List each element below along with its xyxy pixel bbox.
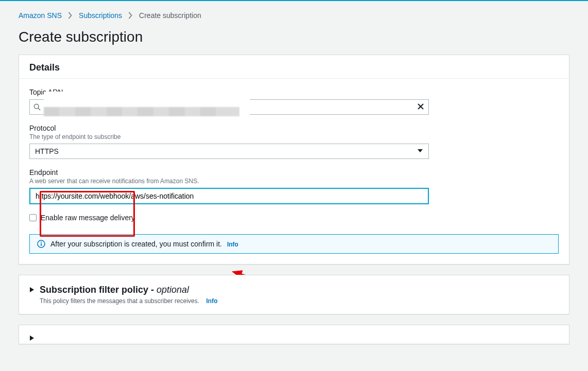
svg-marker-4 [418, 149, 423, 152]
svg-rect-7 [41, 243, 42, 246]
close-icon [418, 103, 424, 111]
raw-message-row: Enable raw message delivery [29, 214, 559, 222]
raw-message-checkbox[interactable] [29, 214, 37, 221]
field-protocol: Protocol The type of endpoint to subscri… [29, 124, 559, 159]
filter-policy-desc: This policy filters the messages that a … [40, 297, 199, 305]
field-topic-arn: Topic ARN [29, 88, 559, 115]
breadcrumb: Amazon SNS Subscriptions Create subscrip… [19, 11, 569, 20]
svg-point-0 [34, 104, 39, 109]
protocol-desc: The type of endpoint to subscribe [29, 133, 559, 140]
filter-policy-info-link[interactable]: Info [206, 297, 217, 305]
breadcrumb-link-subscriptions[interactable]: Subscriptions [79, 11, 122, 20]
chevron-right-icon [68, 12, 73, 19]
alert-info-link[interactable]: Info [227, 241, 238, 248]
alert-text: After your subscription is created, you … [50, 240, 222, 248]
filter-policy-optional: optional [157, 285, 189, 295]
details-panel: Details Topic ARN [19, 55, 569, 264]
breadcrumb-link-sns[interactable]: Amazon SNS [19, 11, 62, 20]
caret-down-icon [417, 147, 423, 155]
breadcrumb-current: Create subscription [139, 11, 201, 20]
chevron-right-icon [128, 12, 133, 19]
clear-topic-arn-button[interactable] [413, 103, 428, 111]
caret-right-icon [29, 286, 34, 294]
endpoint-input[interactable] [29, 188, 429, 204]
page-title: Create subscription [19, 29, 569, 45]
next-panel-toggle[interactable] [29, 334, 559, 343]
protocol-label: Protocol [29, 124, 559, 132]
svg-marker-11 [30, 335, 34, 341]
svg-marker-10 [30, 287, 34, 292]
details-panel-header: Details [19, 55, 569, 78]
svg-line-1 [38, 108, 40, 110]
filter-policy-toggle[interactable]: Subscription filter policy - optional [29, 285, 559, 295]
raw-message-label: Enable raw message delivery [41, 214, 135, 222]
endpoint-label: Endpoint [29, 168, 559, 176]
protocol-selected-value: HTTPS [35, 147, 59, 155]
next-panel-cutoff [19, 325, 569, 344]
endpoint-desc: A web server that can receive notificati… [29, 178, 559, 185]
filter-policy-title: Subscription filter policy - [40, 285, 157, 295]
caret-right-icon [29, 334, 34, 343]
redacted-overlay [44, 92, 250, 120]
field-endpoint: Endpoint A web server that can receive n… [29, 168, 559, 204]
svg-point-6 [41, 242, 42, 243]
info-icon [37, 240, 45, 248]
search-icon [30, 103, 44, 111]
confirm-subscription-alert: After your subscription is created, you … [29, 234, 559, 254]
filter-policy-panel: Subscription filter policy - optional Th… [19, 275, 569, 314]
protocol-select[interactable]: HTTPS [29, 144, 429, 159]
